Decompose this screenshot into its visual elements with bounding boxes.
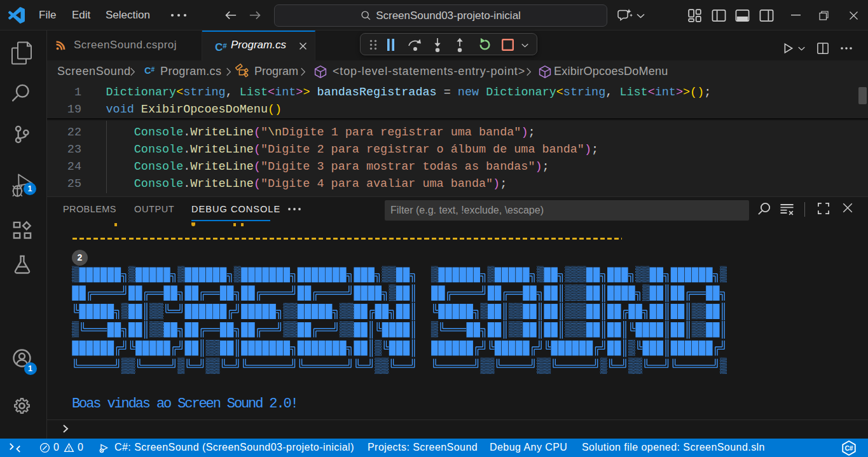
svg-text:C#: C# [844, 445, 853, 452]
